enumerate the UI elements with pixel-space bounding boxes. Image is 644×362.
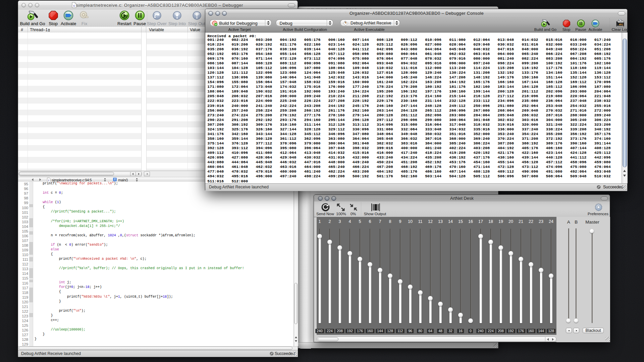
- svg-text:ab): ab): [619, 23, 623, 26]
- svg-text:c: c: [73, 4, 75, 7]
